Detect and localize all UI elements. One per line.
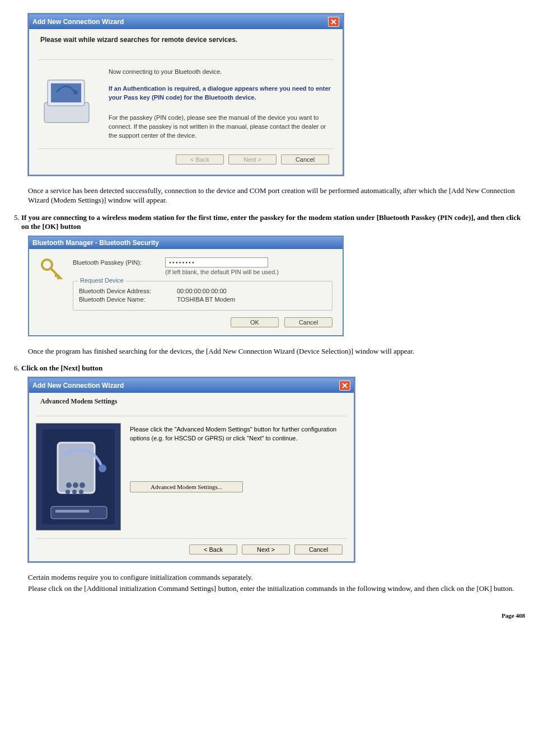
svg-point-10 <box>65 490 70 494</box>
window-title: Add New Connection Wizard <box>32 18 124 26</box>
next-button[interactable]: Next > <box>242 544 290 555</box>
close-icon[interactable] <box>328 17 339 27</box>
bluetooth-security-dialog: Bluetooth Manager - Bluetooth Security B… <box>28 236 344 336</box>
device-name-label: Bluetooth Device Name: <box>79 296 177 303</box>
body-text-3b: Please click on the [Additional initiali… <box>28 584 528 594</box>
auth-required-text: If an Authentication is required, a dial… <box>109 84 334 102</box>
device-address-value: 00:00:00:00:00:00 <box>177 288 227 294</box>
request-device-group: Request Device Bluetooth Device Address:… <box>73 281 332 311</box>
passkey-help-text: For the passkey (PIN code), please see t… <box>109 114 334 140</box>
svg-rect-14 <box>55 510 89 513</box>
wizard-graphic <box>38 68 100 140</box>
svg-point-7 <box>66 482 72 488</box>
step-5-text: If you are connecting to a wireless mode… <box>21 213 521 231</box>
step-5: If you are connecting to a wireless mode… <box>21 213 528 231</box>
titlebar: Add New Connection Wizard <box>29 15 343 29</box>
page-footer: Page 408 <box>6 612 528 619</box>
svg-point-3 <box>73 90 78 95</box>
advanced-modem-dialog: Add New Connection Wizard Advanced Modem… <box>28 377 355 562</box>
group-legend: Request Device <box>78 277 126 284</box>
dialog-heading: Please wait while wizard searches for re… <box>38 35 334 54</box>
dialog-heading: Advanced Modem Settings <box>36 396 347 416</box>
next-button: Next > <box>228 154 277 165</box>
svg-point-8 <box>73 482 78 488</box>
back-button: < Back <box>176 154 224 165</box>
body-text-1: Once a service has been detected success… <box>28 186 528 205</box>
body-text-2: Once the program has finished searching … <box>28 346 528 356</box>
ok-button[interactable]: OK <box>231 317 279 327</box>
svg-point-11 <box>72 490 77 494</box>
window-title: Add New Connection Wizard <box>32 382 124 389</box>
advanced-settings-button[interactable]: Advanced Modem Settings... <box>130 481 243 492</box>
cancel-button[interactable]: Cancel <box>284 317 332 327</box>
svg-point-9 <box>79 482 85 488</box>
wizard-search-dialog: Add New Connection Wizard Please wait wh… <box>28 13 344 176</box>
cancel-button[interactable]: Cancel <box>281 154 329 165</box>
back-button[interactable]: < Back <box>189 544 237 555</box>
body-text-3a: Certain modems require you to configure … <box>28 572 528 583</box>
titlebar: Bluetooth Manager - Bluetooth Security <box>29 237 343 249</box>
step-6: Click on the [Next] button <box>21 364 528 373</box>
connecting-text: Now connecting to your Bluetooth device. <box>109 68 334 77</box>
pin-label: Bluetooth Passkey (PIN): <box>73 259 165 266</box>
step-6-text: Click on the [Next] button <box>21 364 102 372</box>
wizard-graphic <box>36 423 121 530</box>
window-title: Bluetooth Manager - Bluetooth Security <box>32 239 159 247</box>
pin-hint: (If left blank, the default PIN will be … <box>165 269 332 275</box>
device-name-value: TOSHIBA BT Modem <box>177 296 235 303</box>
pin-input[interactable]: •••••••• <box>165 257 268 267</box>
svg-point-15 <box>99 464 106 472</box>
key-icon <box>39 256 64 280</box>
svg-point-12 <box>79 490 83 494</box>
adv-instruction-text: Please click the "Advanced Modem Setting… <box>130 425 347 443</box>
cancel-button[interactable]: Cancel <box>294 544 343 555</box>
device-address-label: Bluetooth Device Address: <box>79 288 177 294</box>
titlebar: Add New Connection Wizard <box>29 378 354 393</box>
close-icon[interactable] <box>339 381 350 391</box>
